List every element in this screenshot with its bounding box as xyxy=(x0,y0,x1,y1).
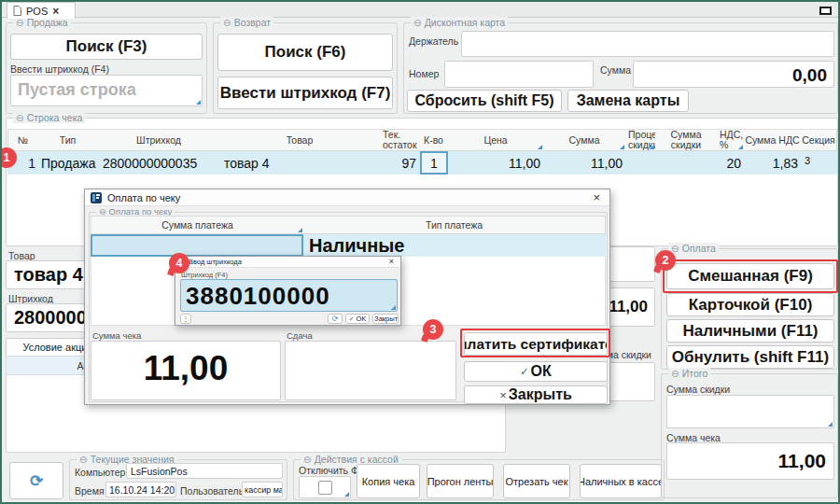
cash-payment-button[interactable]: Наличными (F11) xyxy=(666,319,834,343)
refund-search-button[interactable]: Поиск (F6) xyxy=(217,34,393,71)
holder-label: Держатель xyxy=(409,35,458,47)
holder-input[interactable] xyxy=(461,31,834,57)
card-payment-button[interactable]: Карточкой (F10) xyxy=(666,293,834,316)
dialog-ok-button[interactable]: ✓ ОК xyxy=(464,361,608,382)
sale-barcode-label: Ввести штрихкод (F4) xyxy=(10,63,109,75)
sale-barcode-input[interactable]: Пустая строка xyxy=(10,75,203,106)
dialog-check-sum-field[interactable]: 11,00 xyxy=(91,341,281,400)
col-header-discount-sum[interactable]: Сумма скидки xyxy=(655,129,718,151)
col-header-discount-percent[interactable]: Процент скидки xyxy=(625,129,656,151)
refresh-icon-small: ⟳ xyxy=(332,315,339,323)
maximize-icon[interactable] xyxy=(819,7,832,15)
receipt-lines-group-label: Строка чека xyxy=(13,112,85,123)
check-icon: ✓ xyxy=(520,366,528,378)
tab-title: POS xyxy=(26,6,48,17)
barcode-value: 3880100000 xyxy=(186,282,330,311)
time-value: 16.10.24 14:20 xyxy=(109,484,175,496)
feed-tape-button[interactable]: Прогон ленты xyxy=(427,464,494,498)
user-input[interactable]: кассир маг 1 xyxy=(242,482,283,497)
col-header-type[interactable]: Тип xyxy=(37,129,99,151)
col-header-vat-sum[interactable]: Сумма НДС xyxy=(744,129,802,151)
highlight-pay-certificate xyxy=(460,329,610,357)
total-discount-field[interactable] xyxy=(666,395,834,428)
barcode-refresh-button[interactable]: ⟳ xyxy=(328,314,343,324)
annotation-4: 4 xyxy=(169,253,189,273)
number-input[interactable] xyxy=(444,61,594,88)
dialog-check-sum-label: Сумма чека xyxy=(92,330,141,341)
refund-group-label: Возврат xyxy=(220,17,273,28)
cell-vat: 20 xyxy=(717,151,741,175)
sale-barcode-placeholder: Пустая строка xyxy=(18,80,136,100)
total-discount-label: Сумма скидки xyxy=(666,384,730,395)
cell-section: 3 xyxy=(805,151,834,175)
cross-icon-small: × xyxy=(372,315,373,322)
mid-sum-value: 11,00 xyxy=(609,298,648,316)
barcode-dialog-titlebar[interactable]: Ввод штрихкода × xyxy=(175,257,400,268)
cell-stock: 97 xyxy=(380,151,416,175)
col-header-product[interactable]: Товар xyxy=(219,129,381,151)
document-icon xyxy=(13,6,21,16)
lsfusion-icon xyxy=(91,192,102,203)
product-value: товар 4 xyxy=(14,264,83,286)
payment-group-label: Оплата xyxy=(668,243,719,254)
payment-col-sum[interactable]: Сумма платежа xyxy=(91,216,304,234)
annotation-2: 2 xyxy=(655,250,676,271)
barcode-close-button[interactable]: × Закрыть xyxy=(372,314,399,324)
computer-label: Компьютер xyxy=(75,467,125,478)
refund-barcode-button[interactable]: Ввести штрихкод (F7) xyxy=(217,77,393,109)
cell-qty-selected[interactable]: 1 xyxy=(420,151,448,175)
cell-discount-sum xyxy=(655,151,714,175)
cash-in-register-button[interactable]: Наличных в кассе xyxy=(580,464,662,498)
barcode-dialog: Ввод штрихкода × Штрихкод (F4) 388010000… xyxy=(175,256,401,326)
time-label: Время xyxy=(75,485,105,497)
col-header-qty[interactable]: К-во xyxy=(419,129,449,151)
card-sum-label: Сумма xyxy=(600,64,631,76)
barcode-dialog-close-icon[interactable]: × xyxy=(389,257,394,266)
barcode-dialog-title: Ввод штрихкода xyxy=(189,258,242,266)
number-label: Номер xyxy=(409,68,439,79)
sale-search-button[interactable]: Поиск (F3) xyxy=(10,34,203,60)
payment-sum-cell-selected[interactable] xyxy=(91,234,303,257)
col-header-num[interactable]: № xyxy=(7,129,38,151)
card-sum-input[interactable]: 0,00 xyxy=(633,61,834,88)
disable-fr-checkbox-field[interactable] xyxy=(299,476,351,498)
barcode-ok-button[interactable]: ✓ OK xyxy=(345,314,370,324)
payment-dialog-title: Оплата по чеку xyxy=(107,192,180,203)
replace-card-button[interactable]: Замена карты xyxy=(567,90,689,112)
total-check-field[interactable]: 11,00 xyxy=(666,442,834,480)
computer-input[interactable]: LsFusionPos xyxy=(126,463,283,479)
cell-vat-sum: 1,83 xyxy=(744,151,798,175)
cell-sum: 11,00 xyxy=(543,151,623,175)
time-input[interactable]: 16.10.24 14:20 xyxy=(105,482,176,497)
cell-product: товар 4 xyxy=(224,151,381,175)
cell-discount-percent xyxy=(625,151,653,175)
dialog-close-button[interactable]: × Закрыть xyxy=(464,385,608,404)
cut-check-button[interactable]: Отрезать чек xyxy=(503,464,570,498)
discount-card-group-label: Дисконтная карта xyxy=(411,17,508,28)
col-header-vat[interactable]: НДС, % xyxy=(717,129,745,151)
user-label: Пользователь xyxy=(180,485,244,497)
col-header-section[interactable]: Секция xyxy=(801,129,837,151)
tab-close-icon[interactable]: × xyxy=(52,5,59,18)
reset-payment-button[interactable]: Обнулить (shift F11) xyxy=(666,345,834,369)
col-header-sum[interactable]: Сумма xyxy=(543,129,626,151)
payment-dialog-close-icon[interactable]: × xyxy=(593,190,600,204)
col-header-price[interactable]: Цена xyxy=(448,129,544,151)
barcode-input[interactable]: 3880100000 xyxy=(180,279,398,312)
col-header-barcode[interactable]: Штрихкод xyxy=(98,129,220,151)
check-icon-small: ✓ xyxy=(349,315,355,323)
user-value: кассир маг 1 xyxy=(245,485,283,495)
barcode-menu-button[interactable]: ⋮ xyxy=(180,314,191,324)
tab-pos[interactable]: POS × xyxy=(7,2,76,19)
payment-dialog-titlebar[interactable]: Оплата по чеку × xyxy=(85,189,609,206)
computer-value: LsFusionPos xyxy=(131,466,188,477)
change-field[interactable] xyxy=(285,341,456,400)
reset-card-button[interactable]: Сбросить (shift F5) xyxy=(407,90,562,112)
payment-col-type[interactable]: Тип платежа xyxy=(303,216,606,234)
copy-check-button[interactable]: Копия чека xyxy=(357,464,420,498)
dialog-check-sum-value: 11,00 xyxy=(91,349,280,388)
refresh-button[interactable]: ⟳ xyxy=(9,462,63,499)
disable-fr-checkbox[interactable] xyxy=(318,481,332,495)
col-header-stock[interactable]: Тек. остаток xyxy=(380,129,420,151)
highlight-mixed-payment xyxy=(663,259,838,293)
